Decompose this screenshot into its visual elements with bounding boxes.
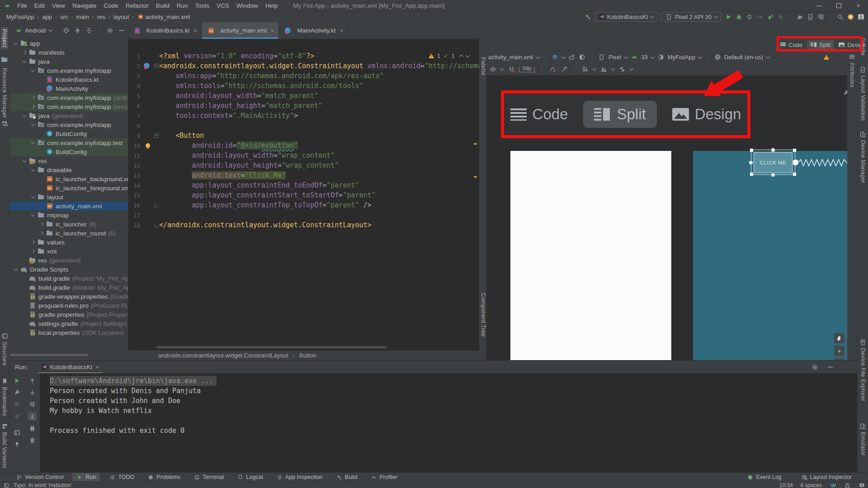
tree-row[interactable]: manifests xyxy=(9,48,128,57)
tree-row[interactable]: com.example.myfistapp xyxy=(9,66,128,75)
toolbar-tab-run[interactable]: Run xyxy=(72,473,99,481)
design-view-canvas[interactable] xyxy=(510,151,671,360)
tree-row[interactable]: mipmap xyxy=(9,211,128,220)
guidelines-button[interactable] xyxy=(618,66,626,73)
prev-issue-button[interactable] xyxy=(459,54,463,59)
code-line[interactable]: 13 android:text="Click Me" xyxy=(128,170,479,180)
tree-expander[interactable] xyxy=(40,222,44,226)
tree-row[interactable]: local.properties(SDK Location) xyxy=(9,328,128,337)
tree-row[interactable]: com.example.myfistapp(test) xyxy=(9,102,128,111)
breadcrumb-item[interactable]: app xyxy=(42,14,52,20)
code-line[interactable]: 10 android:id="@+id/mybutton" xyxy=(128,141,479,150)
minimize-button[interactable]: — xyxy=(810,0,829,11)
inspections-widget[interactable]: 1 ✓ 1 xyxy=(427,52,471,60)
fold-marker[interactable] xyxy=(155,223,158,227)
clear-console-button[interactable] xyxy=(28,436,36,444)
tree-row[interactable]: com.example.myfistapp(androidTest) xyxy=(9,93,128,102)
notifications-icon[interactable] xyxy=(858,482,865,488)
constraint-anchor-bottom[interactable] xyxy=(771,173,775,177)
tree-row[interactable]: java xyxy=(9,57,128,66)
autoconnect-button[interactable] xyxy=(508,66,515,73)
menu-refactor[interactable]: Refactor xyxy=(122,2,152,9)
close-tab-icon[interactable]: × xyxy=(95,364,99,371)
tree-row[interactable]: build.gradle(Project: My_Fist_App) xyxy=(9,274,128,283)
breadcrumb-item[interactable]: layout xyxy=(113,14,129,20)
align-button[interactable] xyxy=(600,66,607,73)
code-line[interactable]: 18</androidx.constraintlayout.widget.Con… xyxy=(128,220,479,230)
toolbar-tab-terminal[interactable]: Terminal xyxy=(189,473,227,481)
component-tree-tab[interactable]: Component Tree xyxy=(480,293,486,337)
breadcrumb-constraintlayout[interactable]: androidx.constraintlayout.widget.Constra… xyxy=(158,352,288,359)
run-config-select[interactable]: KotolinBasicsKt xyxy=(595,12,658,22)
console-settings-icon[interactable] xyxy=(811,363,818,371)
sidebar-tab-device-manager[interactable]: Device Manager xyxy=(860,140,866,183)
pack-button[interactable] xyxy=(581,66,589,73)
console-output[interactable]: D:\software\Android\jre\bin\java.exe ...… xyxy=(40,373,857,473)
console-hide-icon[interactable] xyxy=(826,363,834,371)
toolbar-tab-todo[interactable]: TODO xyxy=(105,473,138,481)
tree-row[interactable]: drawable xyxy=(9,165,128,174)
code-line[interactable]: 6 android:layout_height="match_parent" xyxy=(128,101,479,111)
edit-configuration-button[interactable] xyxy=(14,389,21,396)
tree-row[interactable]: app xyxy=(9,39,128,48)
code-line[interactable]: 14 app:layout_constraintEnd_toEndOf="par… xyxy=(128,180,479,190)
indent-setting[interactable]: 4 spaces xyxy=(800,482,822,488)
menu-file[interactable]: File xyxy=(14,2,31,9)
design-warning-icon[interactable] xyxy=(824,55,829,60)
tree-expander[interactable] xyxy=(23,159,27,163)
build-hammer-icon[interactable] xyxy=(585,13,592,20)
tree-row[interactable]: MainActivity xyxy=(9,84,128,93)
menu-view[interactable]: View xyxy=(48,2,69,9)
tree-row[interactable]: gradle-wrapper.properties(Gradle Version… xyxy=(9,292,128,301)
device-manager-button[interactable] xyxy=(807,13,814,20)
updates-available-icon[interactable] xyxy=(847,13,854,20)
infer-constraints-button[interactable] xyxy=(560,66,567,73)
breadcrumb-item[interactable]: main xyxy=(76,14,89,20)
breadcrumb-button[interactable]: Button xyxy=(299,352,316,359)
close-tab-icon[interactable]: × xyxy=(271,27,274,34)
settings-gear-icon[interactable] xyxy=(107,27,114,34)
code-line[interactable]: 3 xmlns:app="http://schemas.android.com/… xyxy=(128,71,479,81)
soft-wrap-button[interactable] xyxy=(28,400,36,408)
tree-row[interactable]: values xyxy=(9,238,128,247)
run-button[interactable] xyxy=(725,13,732,20)
kotlin-version-icon[interactable] xyxy=(829,482,836,488)
breadcrumb-item[interactable]: res xyxy=(97,14,105,20)
close-tab-icon[interactable]: × xyxy=(193,27,197,34)
code-line[interactable]: 16 app:layout_constraintTop_toTopOf="par… xyxy=(128,200,479,210)
design-file-select[interactable]: activity_main.xml xyxy=(488,54,533,61)
tree-row[interactable]: ic_launcher_foreground.xml(v24) xyxy=(9,183,128,192)
tree-expander[interactable] xyxy=(31,105,35,109)
code-line[interactable]: 12 android:layout_height="wrap_content" xyxy=(128,160,479,170)
collapse-all-button[interactable] xyxy=(85,27,93,34)
tree-expander[interactable] xyxy=(31,69,35,73)
blueprint-canvas[interactable]: CLICK ME xyxy=(693,151,847,360)
tree-expander[interactable] xyxy=(31,249,35,253)
sidebar-tab-structure[interactable]: Structure xyxy=(1,342,8,366)
breadcrumb-item[interactable]: src xyxy=(60,14,68,20)
tree-expander[interactable] xyxy=(23,51,27,55)
project-scrollbar[interactable] xyxy=(9,354,89,356)
locale-select[interactable]: Default (en-us) xyxy=(724,54,763,61)
tree-expander[interactable] xyxy=(31,123,35,127)
code-line[interactable]: 17 xyxy=(128,210,479,220)
close-button[interactable]: × xyxy=(849,0,868,11)
clear-constraints-button[interactable] xyxy=(549,66,556,73)
fold-marker[interactable] xyxy=(154,133,159,138)
palette-tab[interactable]: Palette xyxy=(480,57,486,75)
tree-row[interactable]: xml xyxy=(9,247,128,256)
menu-vcs[interactable]: VCS xyxy=(213,2,233,9)
tree-row[interactable]: BuildConfig xyxy=(9,147,128,156)
profiler-button[interactable] xyxy=(756,13,763,20)
toolbar-tab-version-control[interactable]: Version Control xyxy=(12,473,67,481)
menu-help[interactable]: Help xyxy=(262,2,282,9)
menu-tools[interactable]: Tools xyxy=(191,2,213,9)
rerun-button[interactable] xyxy=(14,377,21,384)
tree-row[interactable]: KotolinBasics.kt xyxy=(9,75,128,84)
sidebar-tab-project[interactable]: Project xyxy=(1,27,8,49)
profile-avatar[interactable] xyxy=(857,13,864,20)
editor-tab-MainActivity.kt[interactable]: MainActivity.kt× xyxy=(279,22,348,39)
tree-expander[interactable] xyxy=(23,114,27,118)
fold-marker[interactable] xyxy=(155,203,158,207)
tree-row[interactable]: ic_launcher_round(6) xyxy=(9,229,128,238)
